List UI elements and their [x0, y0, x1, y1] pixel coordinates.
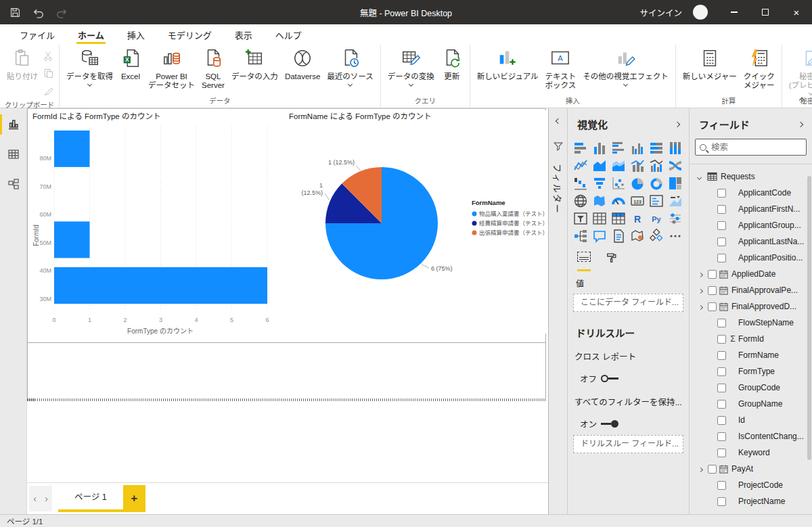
field-row-ApplicantCode[interactable]: ApplicantCode — [690, 185, 812, 201]
field-row-GroupCode[interactable]: GroupCode — [690, 380, 812, 396]
r-script-visual-icon[interactable]: R — [628, 210, 647, 227]
field-row-ProjectCode[interactable]: ProjectCode — [690, 477, 812, 493]
expand-field-icon[interactable] — [698, 467, 703, 472]
python-visual-icon[interactable]: Py — [647, 210, 666, 227]
matrix-icon[interactable] — [609, 210, 628, 227]
scatter-chart-icon[interactable] — [609, 175, 628, 192]
power-apps-icon[interactable] — [647, 227, 666, 245]
field-checkbox[interactable] — [717, 205, 726, 214]
paginated-report-icon[interactable] — [609, 227, 628, 245]
undo-icon[interactable] — [32, 6, 45, 19]
close-button[interactable]: × — [781, 0, 812, 24]
decomposition-tree-icon[interactable] — [571, 227, 590, 245]
expand-field-icon[interactable] — [698, 273, 703, 277]
field-row-FormType[interactable]: FormType — [690, 363, 812, 380]
stacked-area-chart-icon[interactable] — [609, 157, 628, 175]
field-checkbox[interactable] — [717, 335, 726, 344]
excel-button[interactable]: XExcel — [116, 46, 145, 81]
menu-tab-modeling[interactable]: モデリング — [156, 24, 223, 45]
transform-data-button[interactable]: データの変換 — [384, 46, 438, 86]
prev-page-button[interactable]: ‹ — [29, 486, 41, 511]
report-view-button[interactable] — [0, 111, 27, 138]
pie-chart-icon[interactable] — [628, 175, 647, 192]
save-icon[interactable] — [9, 7, 21, 18]
field-checkbox[interactable] — [717, 351, 726, 360]
field-row-ApplicantLastNa[interactable]: ApplicantLastNa... — [690, 233, 812, 250]
key-influencers-icon[interactable] — [666, 210, 685, 227]
qna-icon[interactable] — [590, 227, 609, 245]
dataverse-button[interactable]: Dataverse — [281, 46, 323, 81]
field-row-ApplicantFirstN[interactable]: ApplicantFirstN... — [690, 201, 812, 217]
account-avatar[interactable] — [693, 5, 708, 20]
field-checkbox[interactable] — [717, 449, 726, 457]
quick-measure-button[interactable]: クイックメジャー — [740, 46, 778, 90]
field-row-FinalApprovalPe[interactable]: FinalApprovalPe... — [690, 282, 812, 298]
search-input[interactable] — [711, 143, 802, 152]
field-row-Id[interactable]: Id — [690, 412, 812, 428]
collapse-table-icon[interactable] — [697, 175, 702, 180]
field-row-ProjectName[interactable]: ProjectName — [690, 493, 812, 509]
line-and-stacked-column-chart-icon[interactable] — [628, 157, 647, 175]
field-checkbox[interactable] — [717, 416, 726, 425]
field-checkbox[interactable] — [717, 497, 726, 506]
fields-scrollbar[interactable] — [807, 176, 811, 460]
menu-tab-view[interactable]: 表示 — [223, 24, 264, 45]
data-view-button[interactable] — [0, 141, 27, 168]
field-checkbox[interactable] — [717, 237, 726, 246]
viz-format-tab[interactable] — [606, 252, 618, 271]
field-row-Keyword[interactable]: Keyword — [690, 444, 812, 461]
expand-filters-icon[interactable] — [555, 118, 560, 124]
multi-row-card-icon[interactable] — [647, 192, 666, 210]
ribbon-chart-icon[interactable] — [666, 157, 685, 175]
page-tab-1[interactable]: ページ 1 — [58, 485, 123, 512]
report-page[interactable]: FormId による FormType のカウント012345630M40M50… — [27, 108, 546, 400]
field-checkbox[interactable] — [708, 302, 717, 311]
power-bi-datasets-button[interactable]: Power BIデータセット — [145, 46, 198, 90]
filters-pane-collapsed[interactable]: フィルター — [548, 108, 567, 514]
field-checkbox[interactable] — [708, 286, 717, 295]
field-row-GroupName[interactable]: GroupName — [690, 396, 812, 412]
viz-fields-tab[interactable] — [577, 252, 591, 271]
100-stacked-column-chart-icon[interactable] — [666, 139, 685, 157]
line-chart-icon[interactable] — [571, 157, 590, 175]
field-checkbox[interactable] — [717, 367, 726, 376]
gauge-icon[interactable] — [609, 192, 628, 210]
clustered-bar-chart-icon[interactable] — [609, 139, 628, 157]
field-checkbox[interactable] — [708, 270, 717, 279]
filled-map-icon[interactable] — [590, 192, 609, 210]
stacked-bar-chart-icon[interactable] — [571, 139, 590, 157]
collapse-visualizations-icon[interactable] — [675, 121, 680, 127]
enter-data-button[interactable]: データの入力 — [228, 46, 281, 81]
field-row-IsContentChang[interactable]: IsContentChang... — [690, 428, 812, 444]
menu-tab-home[interactable]: ホーム — [66, 24, 116, 45]
field-row-PayAt[interactable]: PayAt — [690, 461, 812, 477]
field-row-AppliedDate[interactable]: AppliedDate — [690, 266, 812, 282]
next-page-button[interactable]: › — [41, 486, 52, 511]
field-checkbox[interactable] — [717, 481, 726, 490]
pie-chart-visual[interactable]: FormName による FormType のカウント6 (75%)1(12.5… — [288, 110, 546, 334]
menu-tab-file[interactable]: ファイル — [8, 24, 66, 45]
more-visuals-button[interactable]: その他の視覚エフェクト — [579, 46, 672, 86]
drillthrough-field-dropzone[interactable]: ドリルスルー フィールド... — [573, 435, 683, 453]
minimize-button[interactable] — [719, 0, 750, 24]
refresh-button[interactable]: 更新 — [438, 46, 466, 81]
treemap-icon[interactable] — [666, 175, 685, 192]
area-chart-icon[interactable] — [590, 157, 609, 175]
funnel-chart-icon[interactable] — [590, 175, 609, 192]
maximize-button[interactable] — [750, 0, 781, 24]
field-row-ApplicantGroup[interactable]: ApplicantGroup... — [690, 217, 812, 233]
menu-tab-insert[interactable]: 挿入 — [116, 24, 156, 45]
field-checkbox[interactable] — [717, 400, 726, 409]
map-icon[interactable] — [571, 192, 590, 210]
new-measure-button[interactable]: 新しいメジャー — [679, 46, 740, 81]
field-row-ApplicantPositio[interactable]: ApplicantPositio... — [690, 250, 812, 266]
kpi-icon[interactable] — [666, 192, 685, 210]
collapse-fields-icon[interactable] — [798, 121, 803, 127]
field-checkbox[interactable] — [717, 319, 726, 327]
field-row-FlowStepName[interactable]: FlowStepName — [690, 315, 812, 331]
field-checkbox[interactable] — [717, 384, 726, 392]
sql-server-button[interactable]: SQLServer — [198, 46, 228, 90]
expand-field-icon[interactable] — [698, 305, 703, 310]
menu-tab-help[interactable]: ヘルプ — [264, 24, 313, 45]
field-row-FormName[interactable]: FormName — [690, 347, 812, 363]
